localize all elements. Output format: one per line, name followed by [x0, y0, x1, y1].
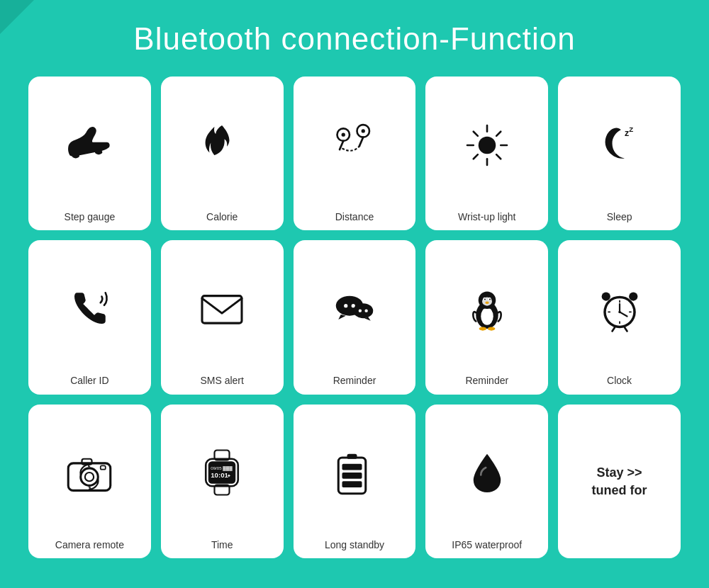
card-step-gauge: Step gauge — [28, 77, 151, 230]
reminder-qq-label: Reminder — [465, 374, 508, 387]
smartwatch-icon: 09/05 ▓▓▓ 10:01 ✦ — [197, 413, 247, 533]
card-sms-alert: SMS alert — [161, 240, 284, 394]
svg-point-31 — [489, 298, 491, 300]
calorie-label: Calorie — [206, 210, 238, 223]
sun-icon — [462, 85, 512, 205]
time-label: Time — [211, 538, 233, 551]
svg-point-19 — [344, 304, 347, 307]
svg-rect-64 — [342, 481, 362, 487]
svg-text:Z: Z — [629, 125, 633, 132]
distance-label: Distance — [335, 210, 374, 223]
flame-icon — [197, 85, 247, 205]
svg-point-50 — [85, 473, 94, 481]
svg-rect-63 — [342, 473, 362, 479]
svg-line-47 — [625, 327, 627, 331]
ip65-waterproof-label: IP65 waterproof — [452, 538, 522, 551]
svg-line-11 — [474, 131, 478, 135]
caller-id-label: Caller ID — [70, 374, 108, 387]
svg-point-21 — [353, 303, 373, 318]
svg-point-33 — [479, 327, 486, 330]
svg-text:✦: ✦ — [227, 473, 231, 478]
clock-label: Clock — [607, 374, 632, 387]
svg-point-23 — [364, 309, 367, 312]
alarm-clock-icon — [595, 249, 644, 368]
wrist-up-light-label: Wrist-up light — [458, 210, 515, 223]
card-camera-remote: Camera remote — [28, 405, 151, 558]
svg-point-35 — [601, 292, 610, 300]
stay-tuned-icon: Stay >>tuned for — [592, 413, 647, 551]
svg-line-12 — [496, 154, 501, 159]
svg-point-32 — [485, 301, 489, 304]
svg-point-25 — [481, 307, 493, 325]
stay-tuned-text: Stay >>tuned for — [592, 464, 647, 499]
card-ip65-waterproof: IP65 waterproof — [425, 405, 548, 558]
svg-text:z: z — [625, 128, 629, 137]
svg-line-14 — [474, 154, 478, 159]
svg-text:09/05 ▓▓▓: 09/05 ▓▓▓ — [211, 465, 233, 471]
svg-rect-62 — [342, 464, 362, 470]
feature-grid: Step gauge Calorie Distan — [0, 77, 709, 579]
card-stay-tuned: Stay >>tuned for — [558, 405, 681, 558]
card-clock: Clock — [558, 240, 681, 394]
svg-point-6 — [479, 136, 496, 154]
envelope-icon — [197, 249, 247, 368]
svg-point-45 — [618, 311, 621, 314]
svg-point-30 — [484, 298, 486, 300]
battery-icon — [330, 413, 379, 533]
long-standby-label: Long standby — [325, 538, 384, 551]
sms-alert-label: SMS alert — [200, 374, 243, 387]
svg-point-1 — [95, 149, 103, 154]
svg-point-22 — [359, 309, 362, 312]
penguin-icon — [462, 249, 512, 368]
sleep-label: Sleep — [607, 210, 632, 223]
camera-icon — [65, 413, 114, 533]
reminder-wechat-label: Reminder — [333, 374, 376, 387]
svg-text:10:01: 10:01 — [211, 471, 228, 479]
sleep-icon: z Z — [595, 85, 644, 205]
card-distance: Distance — [294, 77, 416, 230]
svg-point-0 — [72, 153, 80, 158]
step-gauge-label: Step gauge — [65, 210, 116, 223]
page-title: Bluetooth connection-Function — [0, 0, 709, 77]
card-calorie: Calorie — [161, 77, 284, 230]
svg-point-36 — [629, 292, 637, 300]
wechat-icon — [330, 249, 379, 368]
phone-icon — [65, 249, 114, 368]
distance-icon — [330, 85, 379, 205]
camera-remote-label: Camera remote — [55, 538, 124, 551]
svg-rect-17 — [202, 296, 242, 324]
svg-line-13 — [496, 131, 501, 135]
card-reminder-qq: Reminder — [425, 240, 548, 394]
card-caller-id: Caller ID — [28, 240, 151, 394]
drop-icon — [462, 413, 512, 533]
card-sleep: z Z Sleep — [558, 77, 681, 230]
card-reminder-wechat: Reminder — [294, 240, 416, 394]
svg-point-5 — [362, 129, 365, 132]
svg-point-34 — [488, 327, 496, 330]
svg-line-46 — [612, 327, 615, 331]
card-wrist-up-light: Wrist-up light — [425, 77, 548, 230]
shoe-icon — [65, 85, 114, 205]
card-long-standby: Long standby — [294, 405, 416, 558]
svg-point-49 — [81, 468, 99, 486]
svg-rect-52 — [101, 466, 106, 470]
svg-rect-61 — [347, 454, 357, 459]
svg-point-3 — [342, 132, 345, 136]
card-time: 09/05 ▓▓▓ 10:01 ✦ Time — [161, 405, 284, 558]
